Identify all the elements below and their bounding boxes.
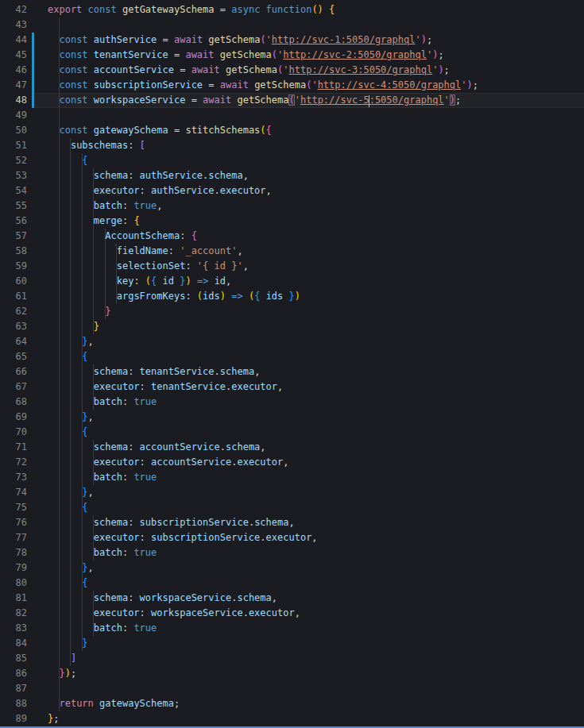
gutter: 82 xyxy=(0,606,48,621)
git-modified-indicator xyxy=(32,48,34,63)
gutter: 68 xyxy=(0,395,48,410)
gutter: 79 xyxy=(0,560,48,576)
line-number: 88 xyxy=(0,696,27,711)
code-editor[interactable]: 42export const getGatewaySchema = async … xyxy=(0,0,584,728)
code-line[interactable]: 50 const gatewaySchema = stitchSchemas({ xyxy=(0,123,584,138)
code-line[interactable]: 78 batch: true xyxy=(0,545,584,560)
code-line[interactable]: 51 subschemas: [ xyxy=(0,138,584,153)
code-line[interactable]: 88 return gatewaySchema; xyxy=(0,696,584,711)
bracket-match: ( xyxy=(288,94,294,106)
code-line[interactable]: 44 const authService = await getSchema('… xyxy=(0,33,584,48)
gutter: 74 xyxy=(0,485,48,500)
gutter: 70 xyxy=(0,425,48,440)
code-line[interactable]: 85 ] xyxy=(0,651,584,666)
line-number: 69 xyxy=(0,410,27,425)
code-line[interactable]: 45 const tenantService = await getSchema… xyxy=(0,48,584,63)
code-line[interactable]: 87 xyxy=(0,681,584,696)
gutter: 54 xyxy=(0,183,48,198)
code-line[interactable]: 61 argsFromKeys: (ids) => ({ ids }) xyxy=(0,289,584,304)
code-line[interactable]: 67 executor: tenantService.executor, xyxy=(0,379,584,395)
line-number: 71 xyxy=(0,440,27,455)
url-link[interactable]: :5050/graphql xyxy=(369,94,444,106)
code-line[interactable]: 77 executor: subscriptionService.executo… xyxy=(0,530,584,545)
git-modified-indicator xyxy=(32,78,34,93)
line-number: 79 xyxy=(0,560,27,576)
line-number: 49 xyxy=(0,108,27,123)
code-line[interactable]: 49 xyxy=(0,108,584,123)
code-line[interactable]: 74 }, xyxy=(0,485,584,500)
code-line[interactable]: 48 const workspaceService = await getSch… xyxy=(0,93,584,108)
code-line[interactable]: 43 xyxy=(0,17,584,33)
code-line[interactable]: 72 executor: accountService.executor, xyxy=(0,455,584,470)
url-link[interactable]: http://svc-5 xyxy=(300,94,369,106)
code-lines: 42export const getGatewaySchema = async … xyxy=(0,2,584,726)
gutter: 88 xyxy=(0,696,48,711)
code-line[interactable]: 62 } xyxy=(0,304,584,319)
git-modified-indicator xyxy=(32,93,34,108)
code-line[interactable]: 80 { xyxy=(0,576,584,591)
gutter: 86 xyxy=(0,666,48,681)
line-number: 87 xyxy=(0,681,27,696)
bracket-match: ) xyxy=(450,94,455,106)
code-line[interactable]: 76 schema: subscriptionService.schema, xyxy=(0,515,584,530)
line-number: 85 xyxy=(0,651,27,666)
line-number: 65 xyxy=(0,349,27,364)
code-line[interactable]: 54 executor: authService.executor, xyxy=(0,183,584,198)
code-line[interactable]: 82 executor: workspaceService.executor, xyxy=(0,606,584,621)
code-line[interactable]: 73 batch: true xyxy=(0,470,584,485)
gutter: 73 xyxy=(0,470,48,485)
code-line[interactable]: 84 } xyxy=(0,636,584,651)
line-number: 76 xyxy=(0,515,27,530)
code-line[interactable]: 79 }, xyxy=(0,560,584,576)
url-link[interactable]: http://svc-1:5050/graphql xyxy=(272,34,416,45)
code-line[interactable]: 70 { xyxy=(0,425,584,440)
line-number: 62 xyxy=(0,304,27,319)
gutter: 44 xyxy=(0,33,48,48)
code-line[interactable]: 58 fieldName: '_account', xyxy=(0,244,584,259)
code-line[interactable]: 59 selectionSet: '{ id }', xyxy=(0,259,584,274)
code-line[interactable]: 57 AccountSchema: { xyxy=(0,229,584,244)
gutter: 69 xyxy=(0,410,48,425)
gutter: 66 xyxy=(0,364,48,379)
code-line[interactable]: 64 }, xyxy=(0,334,584,349)
code-line[interactable]: 52 { xyxy=(0,153,584,168)
code-line[interactable]: 71 schema: accountService.schema, xyxy=(0,440,584,455)
line-number: 55 xyxy=(0,198,27,214)
gutter: 61 xyxy=(0,289,48,304)
code-line[interactable]: 53 schema: authService.schema, xyxy=(0,168,584,183)
url-link[interactable]: http://svc-3:5050/graphql xyxy=(289,64,433,75)
gutter: 84 xyxy=(0,636,48,651)
code-line[interactable]: 81 schema: workspaceService.schema, xyxy=(0,591,584,606)
code-line[interactable]: 66 schema: tenantService.schema, xyxy=(0,364,584,379)
code-line[interactable]: 86 }); xyxy=(0,666,584,681)
line-number: 43 xyxy=(0,17,27,33)
code-line[interactable]: 69 }, xyxy=(0,410,584,425)
gutter: 56 xyxy=(0,214,48,229)
code-line[interactable]: 55 batch: true, xyxy=(0,198,584,214)
line-number: 73 xyxy=(0,470,27,485)
code-line[interactable]: 56 merge: { xyxy=(0,214,584,229)
line-number: 70 xyxy=(0,425,27,440)
code-line[interactable]: 68 batch: true xyxy=(0,395,584,410)
url-link[interactable]: http://svc-2:5050/graphql xyxy=(283,49,427,60)
code-line[interactable]: 83 batch: true xyxy=(0,621,584,636)
line-number: 51 xyxy=(0,138,27,153)
code-line[interactable]: 65 { xyxy=(0,349,584,364)
gutter: 55 xyxy=(0,198,48,214)
code-line[interactable]: 47 const subscriptionService = await get… xyxy=(0,78,584,93)
url-link[interactable]: http://svc-4:5050/graphql xyxy=(318,79,462,91)
code-line[interactable]: 89}; xyxy=(0,711,584,726)
code-line[interactable]: 46 const accountService = await getSchem… xyxy=(0,63,584,78)
line-number: 72 xyxy=(0,455,27,470)
code-line[interactable]: 42export const getGatewaySchema = async … xyxy=(0,2,584,17)
line-number: 63 xyxy=(0,319,27,334)
git-modified-indicator xyxy=(32,63,34,78)
gutter: 42 xyxy=(0,2,48,17)
code-line[interactable]: 60 key: ({ id }) => id, xyxy=(0,274,584,289)
code-line[interactable]: 63 } xyxy=(0,319,584,334)
code-line[interactable]: 75 { xyxy=(0,500,584,515)
gutter: 43 xyxy=(0,17,48,33)
line-number: 74 xyxy=(0,485,27,500)
gutter: 76 xyxy=(0,515,48,530)
line-number: 53 xyxy=(0,168,27,183)
